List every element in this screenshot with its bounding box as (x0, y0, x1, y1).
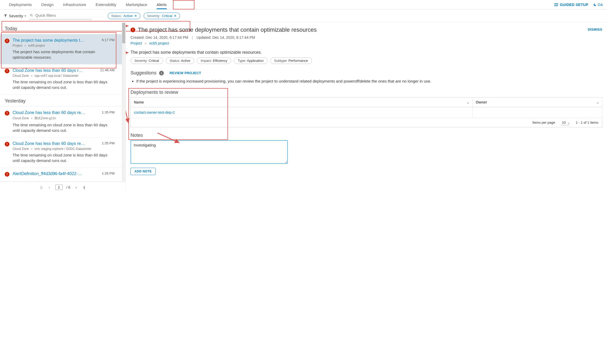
detail-pill-severity: Severity: Critical (131, 57, 163, 64)
pager-current-page[interactable] (55, 184, 63, 190)
pager-total: / 6 (66, 185, 71, 189)
pager-next[interactable]: › (74, 185, 78, 189)
table-row: contact-owner-test-dep-2 (131, 107, 602, 118)
pager-first[interactable]: |‹ (40, 185, 44, 189)
alert-item-time: 1:26 PM (102, 171, 115, 175)
scrollbar-track[interactable] (122, 22, 126, 182)
critical-icon: ! (5, 172, 9, 177)
svg-point-0 (30, 14, 32, 16)
breadcrumb-link-target[interactable]: vc65 project (149, 41, 169, 45)
list-group-header: Today (0, 22, 122, 34)
quick-filter-search (29, 12, 92, 19)
notes-textarea[interactable] (131, 140, 288, 164)
alert-item-time: 1:35 PM (102, 141, 115, 145)
detail-timestamps: Created: Dec 14, 2020, 6:17:44 PM | Upda… (131, 35, 602, 40)
alert-list-item[interactable]: !Cloud Zone has less than 60 days re…1:3… (0, 107, 122, 138)
nav-tab-infrastructure[interactable]: Infrastructure (58, 0, 91, 9)
funnel-icon (4, 14, 7, 18)
detail-pill-type: Type: Application (234, 57, 267, 64)
critical-icon: ! (5, 111, 9, 116)
pager-last[interactable]: ›| (82, 185, 86, 189)
quick-filter-input[interactable] (35, 13, 91, 18)
moon-icon (593, 3, 597, 7)
filter-chip-status: Status: Active ✕ (108, 13, 140, 19)
column-filter-icon[interactable]: ⌄ (596, 100, 599, 104)
alert-detail-panel: ! The project has some deployments that … (126, 22, 607, 193)
filter-bar: Severity ▾ Status: Active ✕Severity: Cri… (0, 9, 607, 22)
nav-tab-design[interactable]: Design (37, 0, 58, 9)
detail-title: The project has some deployments that co… (138, 26, 585, 33)
suggestion-item: If the project is experiencing increased… (136, 78, 602, 84)
deployments-table-title: Deployments to review (131, 90, 602, 95)
column-filter-icon[interactable]: ⌄ (467, 100, 470, 104)
chip-remove-icon[interactable]: ✕ (174, 14, 177, 18)
guided-setup-label: GUIDED SETUP (560, 3, 588, 7)
theme-toggle[interactable]: DA (593, 3, 603, 7)
items-per-page-label: Items per page (532, 121, 555, 124)
suggestions-list: If the project is experiencing increased… (131, 78, 602, 84)
alert-item-title: AlertDefinition_ff4d3d96-fa4f-4022-… (13, 171, 96, 176)
critical-icon: ! (5, 39, 9, 43)
alert-item-time: 1:35 PM (102, 110, 115, 114)
pager-prev[interactable]: ‹ (47, 185, 52, 189)
detail-pill-impact: Impact: Efficiency (197, 57, 231, 64)
alert-item-title: Cloud Zone has less than 60 days re… (13, 110, 96, 115)
detail-tags: Severity: CriticalStatus: ActiveImpact: … (131, 57, 602, 64)
nav-tab-alerts[interactable]: Alerts (152, 0, 171, 9)
alert-list-item[interactable]: !Cloud Zone has less than 60 days re…1:3… (0, 138, 122, 168)
items-range: 1 - 1 of 1 items (576, 121, 598, 124)
list-group-header: Yesterday (0, 95, 122, 107)
alert-item-title: The project has some deployments t… (13, 38, 96, 43)
alert-list-item[interactable]: !AlertDefinition_ff4d3d96-fa4f-4022-…1:2… (0, 168, 122, 182)
annotation-arrow (126, 23, 131, 29)
top-nav: DeploymentsDesignInfrastructureExtensibi… (0, 0, 607, 9)
add-note-button[interactable]: ADD NOTE (131, 168, 156, 175)
pagination: |‹ ‹ / 6 › ›| (0, 182, 126, 193)
deployments-table: Name⌄Owner⌄ contact-owner-test-dep-2 (131, 97, 602, 118)
filter-chip-severity: Severity: Critical ✕ (144, 13, 180, 19)
table-header-owner: Owner⌄ (472, 97, 602, 107)
chip-remove-icon[interactable]: ✕ (134, 14, 137, 18)
alert-list-item[interactable]: !Cloud Zone has less than 60 days r…11:4… (0, 64, 122, 95)
deployment-link[interactable]: contact-owner-test-dep-2 (134, 110, 175, 115)
user-initials: DA (598, 3, 603, 7)
scrollbar-thumb[interactable] (122, 23, 125, 43)
guided-setup-button[interactable]: GUIDED SETUP (554, 3, 588, 7)
severity-filter-button[interactable]: Severity ▾ (3, 13, 26, 19)
suggestions-heading: Suggestions 1 REVIEW PROJECT (131, 70, 602, 76)
detail-breadcrumb: Project » vc65 project (131, 41, 602, 45)
suggestions-count-badge: 1 (159, 71, 164, 75)
chevron-down-icon: ▾ (25, 14, 26, 17)
notes-heading: Notes (131, 133, 602, 138)
detail-pill-subtype: Subtype: Performance (270, 57, 312, 64)
alert-item-time: 6:17 PM (102, 38, 115, 42)
nav-tab-deployments[interactable]: Deployments (4, 0, 37, 9)
detail-pill-status: Status: Active (166, 57, 194, 64)
alert-item-title: Cloud Zone has less than 60 days re… (13, 141, 96, 146)
annotation-arrow (126, 50, 131, 55)
severity-filter-label: Severity (9, 14, 23, 18)
nav-tab-marketplace[interactable]: Marketplace (121, 0, 152, 9)
review-project-link[interactable]: REVIEW PROJECT (170, 71, 201, 75)
breadcrumb-link-project[interactable]: Project (131, 41, 142, 45)
critical-icon: ! (5, 69, 9, 73)
dismiss-button[interactable]: DISMISS (588, 28, 602, 31)
search-icon (30, 13, 33, 17)
critical-icon: ! (5, 142, 9, 146)
map-icon (554, 3, 558, 7)
nav-tab-extensibility[interactable]: Extensibility (91, 0, 121, 9)
critical-icon: ! (131, 28, 135, 32)
detail-description: The project has some deployments that co… (131, 50, 602, 55)
svg-line-3 (126, 58, 128, 123)
alert-item-title: Cloud Zone has less than 60 days r… (13, 68, 96, 73)
alert-list-panel: Today!The project has some deployments t… (0, 22, 126, 193)
alert-item-time: 11:46 AM (100, 68, 115, 72)
alert-list-item[interactable]: !The project has some deployments t…6:17… (0, 34, 122, 64)
table-footer: Items per page 10 ⌄ 1 - 1 of 1 items (131, 118, 602, 127)
table-header-name: Name⌄ (131, 97, 473, 107)
items-per-page-select[interactable]: 10 (561, 120, 570, 125)
